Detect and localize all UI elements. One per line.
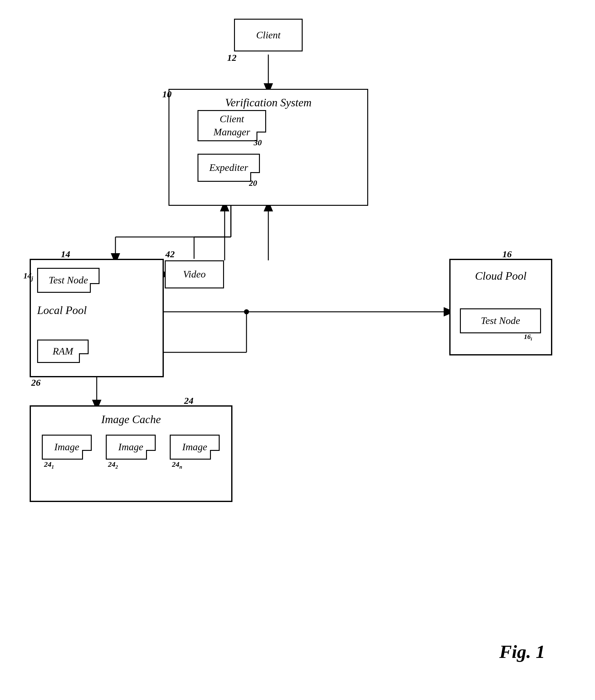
cloud-pool-ref: 16 [502,249,512,260]
test-node-local-label: Test Node [49,274,88,287]
fig-label: Fig. 1 [499,641,545,663]
cloud-pool-box: Cloud Pool Test Node 16i [449,259,552,356]
client-box: Client [234,19,303,52]
verification-system-ref: 10 [162,89,172,99]
expediter-box: Expediter [198,154,260,182]
local-pool-text: Local Pool [37,304,87,317]
local-pool-j-ref: 14j [23,271,33,282]
video-label: Video [183,268,206,281]
local-pool-outer-box: Test Node Local Pool RAM [30,259,164,377]
client-manager-ref: 30 [254,138,262,148]
test-node-cloud-label: Test Node [481,314,520,327]
local-pool-outer-ref: 14 [61,249,70,260]
video-ref: 42 [165,249,175,260]
image-cache-text: Image Cache [102,413,161,426]
imagen-box: Image [170,435,220,460]
ram-ref: 26 [31,377,40,388]
image-cache-ref: 24 [184,395,194,406]
ram-label: RAM [53,345,73,358]
imagen-ref: 24n [172,460,182,470]
expediter-ref: 20 [249,179,257,188]
client-label: Client [256,29,281,42]
ram-box: RAM [37,340,89,363]
image2-box: Image [106,435,156,460]
imagen-label: Image [182,440,207,454]
client-manager-label: ClientManager [214,113,250,139]
cloud-pool-text: Cloud Pool [475,269,526,282]
image1-ref: 241 [44,460,54,470]
client-ref: 12 [227,52,236,63]
diagram: Client 12 Verification System ClientMana… [0,0,595,700]
test-node-cloud-ref: 16i [524,333,532,342]
image1-box: Image [42,435,92,460]
expediter-label: Expediter [209,161,248,174]
image2-ref: 242 [108,460,118,470]
video-box: Video [165,261,224,288]
test-node-local-box: Test Node [37,268,100,293]
svg-point-16 [244,309,249,314]
verification-system-box: Verification System ClientManager 30 Exp… [169,89,368,206]
image2-label: Image [118,440,143,454]
image-cache-box: Image Cache Image 241 Image 242 Image 24… [30,405,232,502]
verification-system-title: Verification System [225,95,312,110]
image1-label: Image [54,440,79,454]
test-node-cloud-box: Test Node [460,308,541,333]
client-manager-box: ClientManager [198,110,266,141]
